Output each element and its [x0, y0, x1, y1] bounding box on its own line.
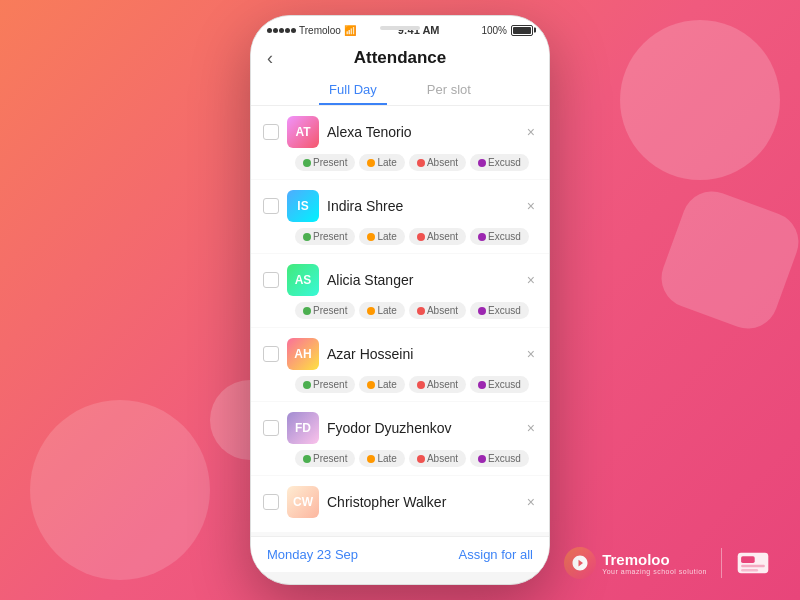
app-header: ‹ Attendance Full Day Per slot [251, 40, 549, 106]
student-row: FDFyodor Dyuzhenkov× [263, 412, 537, 444]
student-checkbox[interactable] [263, 198, 279, 214]
student-checkbox[interactable] [263, 272, 279, 288]
status-dot [417, 381, 425, 389]
attendance-btn-present[interactable]: Present [295, 302, 355, 319]
student-item: ASAlicia Stanger×PresentLateAbsentExcusd [251, 254, 549, 327]
attendance-btn-late[interactable]: Late [359, 228, 404, 245]
attendance-btn-present[interactable]: Present [295, 228, 355, 245]
phone-content: ‹ Attendance Full Day Per slot ATAlexa T… [251, 40, 549, 572]
attendance-button-group: PresentLateAbsentExcusd [287, 154, 537, 171]
status-dot [303, 233, 311, 241]
attendance-btn-absent[interactable]: Absent [409, 450, 466, 467]
phone-frame: Tremoloo 📶 9:41 AM 100% ‹ Attendance Ful… [250, 15, 550, 585]
status-dot [417, 307, 425, 315]
brand-icon [564, 547, 596, 579]
attendance-button-group: PresentLateAbsentExcusd [287, 228, 537, 245]
student-checkbox[interactable] [263, 494, 279, 510]
page-title: Attendance [354, 48, 447, 68]
battery-icon [511, 25, 533, 36]
attendance-btn-label: Present [313, 453, 347, 464]
back-button[interactable]: ‹ [267, 48, 273, 69]
student-row: ATAlexa Tenorio× [263, 116, 537, 148]
attendance-btn-label: Late [377, 453, 396, 464]
attendance-btn-absent[interactable]: Absent [409, 154, 466, 171]
student-checkbox[interactable] [263, 346, 279, 362]
attendance-button-group: PresentLateAbsentExcusd [287, 450, 537, 467]
student-name: Indira Shree [327, 198, 525, 214]
status-dot [417, 455, 425, 463]
status-left: Tremoloo 📶 [267, 25, 356, 36]
student-checkbox[interactable] [263, 124, 279, 140]
student-name: Alexa Tenorio [327, 124, 525, 140]
attendance-btn-label: Excusd [488, 231, 521, 242]
remove-student-button[interactable]: × [525, 270, 537, 290]
bg-decoration-1 [30, 400, 210, 580]
student-row: ASAlicia Stanger× [263, 264, 537, 296]
attendance-btn-label: Excusd [488, 157, 521, 168]
tab-full-day[interactable]: Full Day [319, 76, 387, 105]
attendance-btn-absent[interactable]: Absent [409, 302, 466, 319]
brand-text: Tremoloo Your amazing school solution [602, 551, 707, 575]
attendance-btn-label: Absent [427, 379, 458, 390]
status-dot [303, 159, 311, 167]
attendance-btn-excusd[interactable]: Excusd [470, 154, 529, 171]
tab-per-slot[interactable]: Per slot [417, 76, 481, 105]
attendance-btn-present[interactable]: Present [295, 376, 355, 393]
brand-tagline: Your amazing school solution [602, 568, 707, 575]
svg-rect-2 [741, 565, 765, 568]
footer-bar: Monday 23 Sep Assign for all [251, 536, 549, 572]
partner-icon [736, 546, 770, 580]
remove-student-button[interactable]: × [525, 344, 537, 364]
assign-all-button[interactable]: Assign for all [459, 547, 533, 562]
remove-student-button[interactable]: × [525, 418, 537, 438]
attendance-btn-label: Excusd [488, 305, 521, 316]
attendance-btn-excusd[interactable]: Excusd [470, 376, 529, 393]
status-dot [478, 381, 486, 389]
attendance-btn-label: Excusd [488, 453, 521, 464]
attendance-btn-label: Absent [427, 231, 458, 242]
brand-separator [721, 548, 722, 578]
status-dot [303, 307, 311, 315]
attendance-btn-label: Present [313, 231, 347, 242]
remove-student-button[interactable]: × [525, 196, 537, 216]
header-top: ‹ Attendance [267, 48, 533, 68]
status-dot [478, 307, 486, 315]
attendance-btn-label: Absent [427, 305, 458, 316]
attendance-btn-label: Excusd [488, 379, 521, 390]
attendance-btn-present[interactable]: Present [295, 154, 355, 171]
attendance-btn-excusd[interactable]: Excusd [470, 228, 529, 245]
attendance-btn-absent[interactable]: Absent [409, 376, 466, 393]
phone-handle [380, 26, 420, 30]
status-dot [478, 233, 486, 241]
footer-date[interactable]: Monday 23 Sep [267, 547, 358, 562]
remove-student-button[interactable]: × [525, 122, 537, 142]
attendance-btn-present[interactable]: Present [295, 450, 355, 467]
attendance-button-group: PresentLateAbsentExcusd [287, 302, 537, 319]
student-avatar: CW [287, 486, 319, 518]
svg-rect-3 [741, 569, 758, 572]
attendance-btn-late[interactable]: Late [359, 450, 404, 467]
student-avatar: IS [287, 190, 319, 222]
attendance-btn-absent[interactable]: Absent [409, 228, 466, 245]
attendance-btn-late[interactable]: Late [359, 154, 404, 171]
attendance-btn-late[interactable]: Late [359, 376, 404, 393]
attendance-button-group: PresentLateAbsentExcusd [287, 376, 537, 393]
student-avatar: FD [287, 412, 319, 444]
attendance-btn-late[interactable]: Late [359, 302, 404, 319]
student-name: Fyodor Dyuzhenkov [327, 420, 525, 436]
student-checkbox[interactable] [263, 420, 279, 436]
wifi-icon: 📶 [344, 25, 356, 36]
status-dot [417, 159, 425, 167]
attendance-btn-label: Late [377, 379, 396, 390]
attendance-btn-excusd[interactable]: Excusd [470, 450, 529, 467]
status-dot [367, 381, 375, 389]
attendance-btn-label: Late [377, 305, 396, 316]
student-avatar: AS [287, 264, 319, 296]
student-row: AHAzar Hosseini× [263, 338, 537, 370]
attendance-btn-excusd[interactable]: Excusd [470, 302, 529, 319]
remove-student-button[interactable]: × [525, 492, 537, 512]
attendance-btn-label: Present [313, 379, 347, 390]
battery-label: 100% [481, 25, 507, 36]
attendance-btn-label: Absent [427, 453, 458, 464]
student-list: ATAlexa Tenorio×PresentLateAbsentExcusdI… [251, 106, 549, 536]
